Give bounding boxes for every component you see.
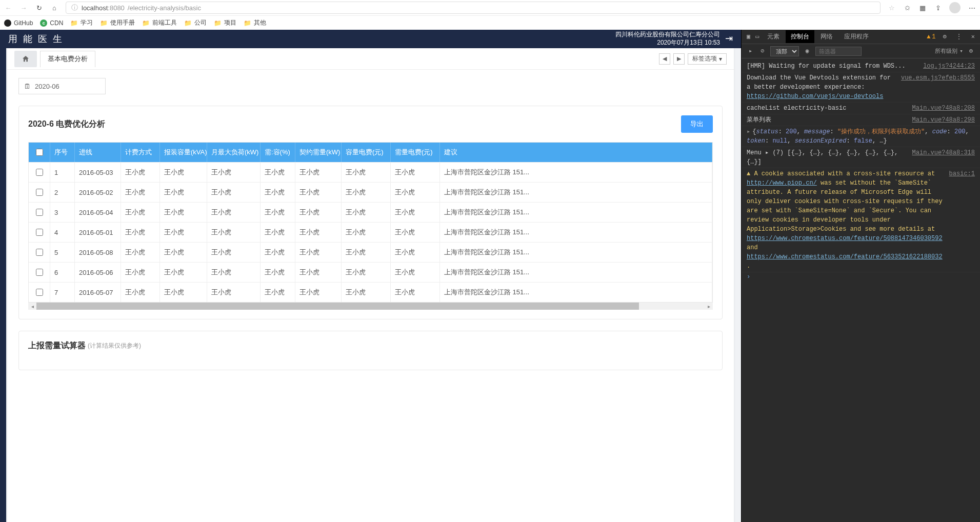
profile-avatar[interactable] [949, 2, 961, 13]
bookmark-github[interactable]: GitHub [4, 19, 33, 27]
bookmarks-bar: GitHub cCDN 📁学习 📁使用手册 📁前端工具 📁公司 📁项目 📁其他 [0, 15, 980, 30]
address-bar[interactable]: ⓘ localhost:8080/electricity-analysis/ba… [66, 2, 881, 14]
folder-icon: 📁 [214, 19, 222, 27]
favorites-icon[interactable]: ✩ [903, 4, 911, 12]
refresh-icon[interactable]: ↻ [35, 4, 43, 12]
folder-icon: 📁 [244, 19, 251, 27]
bookmark-folder-manual[interactable]: 📁使用手册 [100, 18, 135, 27]
back-icon[interactable]: ← [4, 4, 12, 12]
more-icon[interactable]: ⋯ [968, 4, 976, 12]
forward-icon[interactable]: → [19, 4, 28, 12]
info-icon[interactable]: ⓘ [70, 4, 78, 12]
bookmark-folder-study[interactable]: 📁学习 [70, 18, 93, 27]
browser-chrome: ← → ↻ ⌂ ⓘ localhost:8080/electricity-ana… [0, 0, 980, 30]
folder-icon: 📁 [70, 19, 78, 27]
bookmark-folder-other[interactable]: 📁其他 [244, 18, 266, 27]
url-host: localhost:8080 [82, 4, 125, 12]
folder-icon: 📁 [100, 19, 108, 27]
github-icon [4, 19, 11, 27]
app-viewport: 用 能 医 生 四川科伦药业股份有限公司仁寿分公司 2020年07月13日 10… [0, 30, 741, 30]
cdn-icon: c [40, 19, 47, 27]
folder-icon: 📁 [142, 19, 150, 27]
devtools-panel: ▣ ▭ 元素 控制台 网络 应用程序 ▲ 1 ⚙ ⋮ ✕ ▸ ⊘ 顶部 ◉ 所有… [741, 30, 980, 30]
share-icon[interactable]: ⇪ [934, 4, 942, 12]
url-path: /electricity-analysis/basic [128, 4, 201, 12]
app-header: 用 能 医 生 四川科伦药业股份有限公司仁寿分公司 2020年07月13日 10… [0, 30, 741, 30]
folder-icon: 📁 [184, 19, 192, 27]
bookmark-folder-company[interactable]: 📁公司 [184, 18, 207, 27]
star-icon[interactable]: ☆ [888, 4, 896, 12]
bookmark-folder-project[interactable]: 📁项目 [214, 18, 236, 27]
collections-icon[interactable]: ▦ [918, 4, 927, 12]
bookmark-folder-fe[interactable]: 📁前端工具 [142, 18, 177, 27]
bookmark-cdn[interactable]: cCDN [40, 19, 63, 27]
home-icon[interactable]: ⌂ [50, 4, 58, 12]
